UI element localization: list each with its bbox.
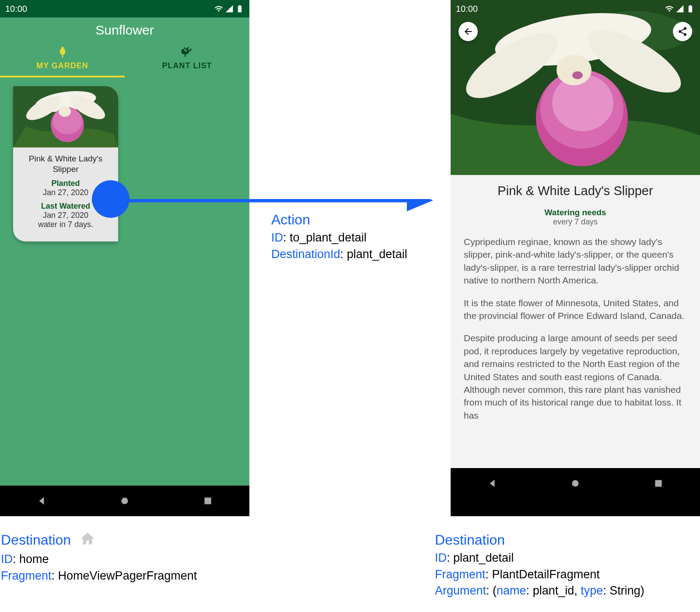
wifi-icon <box>214 4 223 13</box>
wifi-icon <box>665 4 674 13</box>
destination-home-annotation: Destination ID: home Fragment: HomeViewP… <box>1 530 197 584</box>
plant-detail-body: Pink & White Lady's Slipper Watering nee… <box>451 175 700 468</box>
description-paragraph: Cypripedium reginae, known as the showy … <box>464 235 687 287</box>
svg-rect-19 <box>655 480 662 486</box>
arrow-back-icon <box>463 26 473 37</box>
annotation-row: DestinationId: plant_detail <box>271 246 407 263</box>
status-bar: 10:00 <box>451 0 700 17</box>
plant-card-body: Pink & White Lady's Slipper Planted Jan … <box>13 147 118 241</box>
flower-icon <box>56 45 69 59</box>
planted-label: Planted <box>18 179 114 188</box>
nav-back-icon[interactable] <box>36 495 47 507</box>
svg-rect-8 <box>204 497 211 504</box>
plant-card[interactable]: Pink & White Lady's Slipper Planted Jan … <box>13 86 118 241</box>
svg-point-6 <box>59 106 71 117</box>
signal-icon <box>225 4 234 13</box>
nav-home-icon[interactable] <box>570 478 581 489</box>
water-hint: water in 7 days. <box>18 220 114 229</box>
signal-icon <box>676 4 684 13</box>
description-paragraph: Despite producing a large amount of seed… <box>464 332 687 422</box>
status-time: 10:00 <box>5 4 27 14</box>
plant-title: Pink & White Lady's Slipper <box>464 184 687 198</box>
destination-detail-annotation: Destination ID: plant_detail Fragment: P… <box>435 530 644 599</box>
annotation-row: ID: home <box>1 551 197 568</box>
tab-plant-list[interactable]: PLANT LIST <box>125 41 249 77</box>
plant-card-name: Pink & White Lady's Slipper <box>18 154 114 175</box>
annotation-row: Argument: (name: plant_id, type: String) <box>435 583 644 599</box>
back-button[interactable] <box>458 22 478 41</box>
app-title: Sunflower <box>0 23 249 38</box>
annotation-row: ID: to_plant_detail <box>271 230 407 246</box>
nav-back-icon[interactable] <box>486 478 498 489</box>
status-bar: 10:00 <box>0 0 249 17</box>
battery-icon <box>235 4 244 13</box>
tab-bar: MY GARDEN PLANT LIST <box>0 41 249 77</box>
status-time: 10:00 <box>456 4 478 14</box>
svg-point-18 <box>572 480 578 486</box>
description-paragraph: It is the state flower of Minnesota, Uni… <box>464 297 687 322</box>
nav-recent-icon[interactable] <box>202 495 214 507</box>
tab-my-garden[interactable]: MY GARDEN <box>0 41 125 77</box>
phone-detail-screen: 10:00 <box>451 0 700 516</box>
garden-list: Pink & White Lady's Slipper Planted Jan … <box>0 77 249 486</box>
watering-needs-label: Watering needs <box>464 208 687 217</box>
nav-home-icon[interactable] <box>119 495 130 507</box>
svg-marker-21 <box>407 199 433 211</box>
svg-point-16 <box>556 55 592 85</box>
status-icons <box>665 4 695 13</box>
share-button[interactable] <box>673 22 692 41</box>
tab-label: PLANT LIST <box>162 61 212 70</box>
nav-recent-icon[interactable] <box>653 478 664 489</box>
planted-date: Jan 27, 2020 <box>18 188 114 197</box>
annotation-heading: Action <box>271 210 407 230</box>
plant-card-image <box>13 86 118 147</box>
system-navbar <box>451 468 700 499</box>
watered-label: Last Watered <box>18 202 114 211</box>
plant-description: Cypripedium reginae, known as the showy … <box>464 235 687 422</box>
phone-home-screen: 10:00 Sunflower MY GARDEN PLANT LIST <box>0 0 249 516</box>
svg-point-17 <box>572 71 583 79</box>
sprout-icon <box>181 45 194 59</box>
annotation-row: Fragment: HomeViewPagerFragment <box>1 568 197 584</box>
home-icon <box>80 531 95 551</box>
watering-needs-value: every 7 days <box>464 217 687 227</box>
system-navbar <box>0 486 249 516</box>
app-toolbar: Sunflower <box>0 17 249 41</box>
svg-point-7 <box>121 497 128 504</box>
tab-label: MY GARDEN <box>36 61 88 70</box>
annotation-heading: Destination <box>435 530 644 550</box>
annotation-heading-row: Destination <box>1 530 197 551</box>
action-annotation: Action ID: to_plant_detail DestinationId… <box>271 210 407 262</box>
share-icon <box>677 26 688 37</box>
annotation-row: ID: plant_detail <box>435 550 644 567</box>
status-icons <box>214 4 244 13</box>
battery-icon <box>686 4 695 13</box>
watered-date: Jan 27, 2020 <box>18 211 114 220</box>
plant-hero-image <box>451 0 700 175</box>
annotation-row: Fragment: PlantDetailFragment <box>435 567 644 583</box>
plant-detail-fragment: Pink & White Lady's Slipper Watering nee… <box>451 0 700 468</box>
home-fragment: Sunflower MY GARDEN PLANT LIST <box>0 17 249 486</box>
